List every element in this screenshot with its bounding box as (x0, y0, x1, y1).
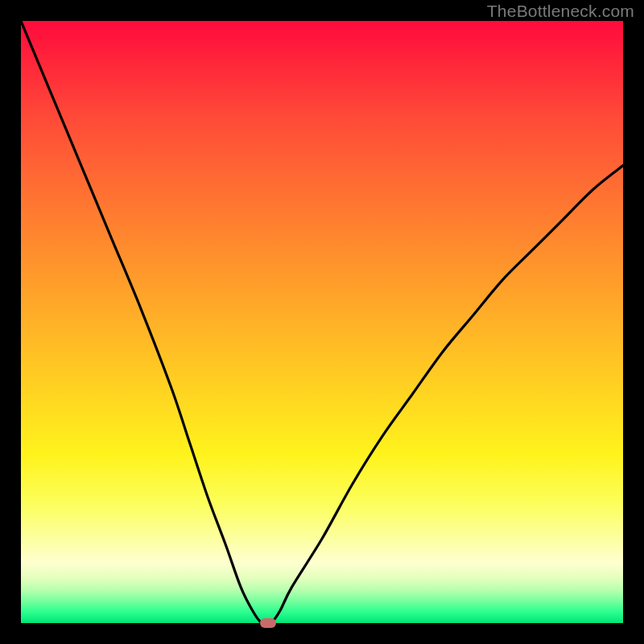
optimal-point-marker (260, 618, 276, 628)
chart-container: TheBottleneck.com (0, 0, 644, 644)
curve-path (21, 21, 623, 623)
watermark-text: TheBottleneck.com (487, 2, 634, 21)
plot-area (21, 21, 623, 623)
bottleneck-curve (21, 21, 623, 623)
